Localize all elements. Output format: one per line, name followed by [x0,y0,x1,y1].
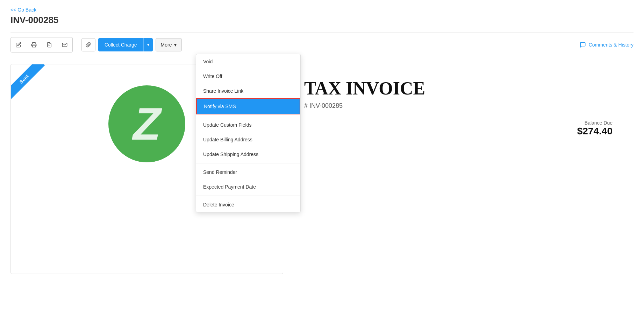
collect-charge-button[interactable]: Collect Charge ▾ [98,38,153,51]
toolbar-separator [77,38,77,51]
more-dropdown-menu: Void Write Off Share Invoice Link Notify… [196,54,301,212]
more-button[interactable]: More ▾ [156,38,182,51]
dropdown-item-delete-invoice[interactable]: Delete Invoice [196,197,300,212]
attachment-button[interactable] [81,38,95,51]
dropdown-item-notify-via-sms[interactable]: Notify via SMS [196,98,300,114]
dropdown-item-void[interactable]: Void [196,54,300,69]
invoice-number: # INV-000285 [304,102,613,110]
collect-charge-dropdown-arrow[interactable]: ▾ [144,38,153,51]
balance-due-label: Balance Due [304,120,613,126]
go-back-link[interactable]: << Go Back [10,7,36,13]
balance-due-amount: $274.40 [304,126,613,137]
dropdown-item-send-reminder[interactable]: Send Reminder [196,165,300,179]
more-arrow-icon: ▾ [174,42,177,48]
dropdown-divider-1 [196,116,300,116]
dropdown-divider-2 [196,163,300,163]
dropdown-item-share-invoice-link[interactable]: Share Invoice Link [196,84,300,98]
status-ribbon-label: Sent [11,64,45,100]
dropdown-item-update-shipping-address[interactable]: Update Shipping Address [196,147,300,162]
page-title: INV-000285 [10,15,634,26]
status-ribbon: Sent [11,64,53,106]
dropdown-item-update-custom-fields[interactable]: Update Custom Fields [196,118,300,132]
email-button[interactable] [58,38,72,51]
content-area: Sent Z TAX INVOICE # INV-000285 Balance … [10,64,634,274]
comments-history-link[interactable]: Comments & History [580,42,634,48]
page-container: << Go Back INV-000285 [0,0,644,324]
comments-icon [580,42,586,48]
pdf-button[interactable] [42,38,56,51]
invoice-type-heading: TAX INVOICE [304,78,613,99]
toolbar: Collect Charge ▾ More ▾ Void Write Off S… [10,33,634,57]
edit-button[interactable] [12,38,26,51]
print-button[interactable] [27,38,41,51]
invoice-right-panel: TAX INVOICE # INV-000285 Balance Due $27… [283,64,634,274]
icon-group-main [10,37,73,52]
svg-rect-0 [33,45,35,47]
comments-label: Comments & History [589,42,634,48]
dropdown-item-update-billing-address[interactable]: Update Billing Address [196,132,300,147]
dropdown-item-write-off[interactable]: Write Off [196,69,300,84]
dropdown-divider-3 [196,196,300,196]
more-label: More [161,42,172,48]
company-logo-circle: Z [108,85,185,162]
dropdown-item-expected-payment-date[interactable]: Expected Payment Date [196,179,300,194]
collect-charge-main-button[interactable]: Collect Charge [98,38,144,51]
company-logo-letter: Z [133,101,160,147]
